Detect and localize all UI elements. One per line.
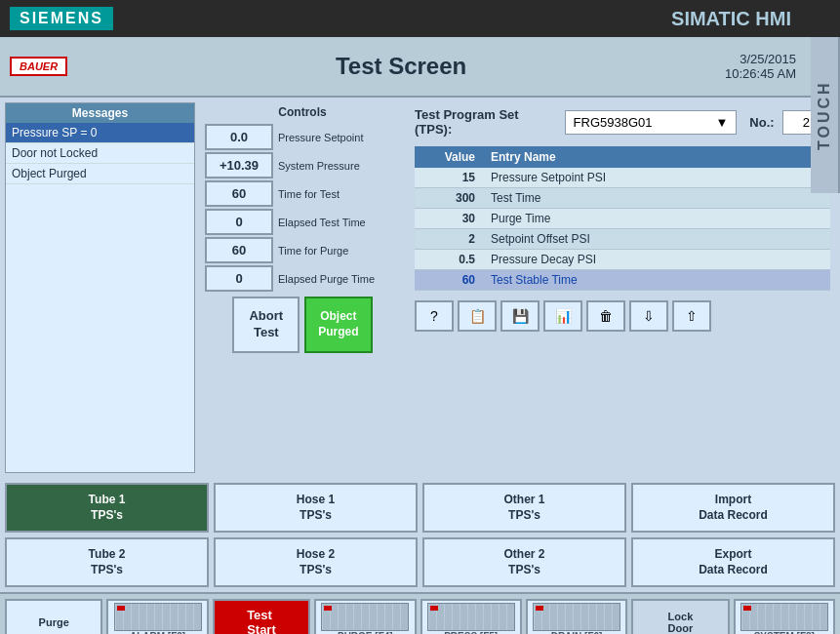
tube2-tps-button[interactable]: Tube 2TPS's — [5, 537, 209, 587]
fn-row: Purge ALARM [F2] TestStart PURGE [F4] PR… — [0, 592, 840, 634]
tps-dropdown-value: FRG5938G01 — [574, 115, 653, 130]
tps-upload-button[interactable]: ⇧ — [672, 300, 711, 332]
tps-panel: Test Program Set (TPS): FRG5938G01 ▼ No.… — [410, 102, 835, 473]
tps-label: Test Program Set (TPS): — [415, 107, 557, 137]
message-item: Pressure SP = 0 — [6, 123, 194, 143]
table-row: 300 Test Time — [415, 188, 830, 209]
screen-title: Test Screen — [77, 53, 725, 80]
tps-value-cell: 300 — [415, 188, 483, 209]
tps-name-cell: Setpoint Offset PSI — [483, 229, 830, 250]
other2-tps-button[interactable]: Other 2TPS's — [422, 537, 626, 587]
tps-export-button[interactable]: 📊 — [543, 300, 582, 332]
date-display: 3/25/2015 — [725, 52, 796, 66]
tps-table: Value Entry Name 15 Pressure Setpoint PS… — [415, 146, 830, 291]
lock-door-label: LockDoor — [668, 611, 694, 634]
abort-row: AbortTest ObjectPurged — [205, 297, 400, 353]
export-data-record-button[interactable]: ExportData Record — [631, 537, 835, 587]
time-for-purge-btn[interactable]: 60 — [205, 237, 273, 263]
tps-name-cell: Test Stable Time — [483, 270, 830, 291]
touch-tab: TOUCH — [811, 37, 840, 193]
time-for-purge-label: Time for Purge — [278, 245, 348, 257]
purge-label: Purge — [39, 616, 69, 628]
purge-thumbnail — [321, 603, 409, 631]
bauer-logo: BAUER — [10, 57, 67, 76]
table-row: 2 Setpoint Offset PSI — [415, 229, 830, 250]
test-start-label: TestStart — [247, 608, 276, 634]
tps-save-button[interactable]: 💾 — [500, 300, 540, 332]
siemens-logo: SIEMENS — [10, 7, 113, 30]
tps-help-button[interactable]: ? — [415, 300, 454, 332]
time-for-test-label: Time for Test — [278, 188, 340, 200]
controls-header: Controls — [200, 102, 405, 122]
simatic-hmi-title: SIMATIC HMI — [671, 8, 791, 30]
no-label: No.: — [749, 115, 774, 130]
tps-value-cell: 60 — [415, 270, 483, 291]
alarm-thumbnail — [114, 603, 202, 631]
message-item: Door not Locked — [6, 143, 194, 164]
test-start-button[interactable]: TestStart — [213, 599, 310, 634]
main-content: Messages Pressure SP = 0 Door not Locked… — [0, 98, 840, 478]
tps-name-cell: Pressure Setpoint PSI — [483, 168, 830, 188]
elapsed-purge-time-label: Elapsed Purge Time — [278, 273, 375, 285]
alarm-f2-button[interactable]: ALARM [F2] — [106, 599, 208, 634]
message-item: Object Purged — [6, 164, 194, 184]
lock-door-button[interactable]: LockDoor — [631, 599, 729, 634]
top-bar: SIEMENS SIMATIC HMI — [0, 0, 840, 37]
table-row: 15 Pressure Setpoint PSI — [415, 168, 830, 188]
system-thumbnail — [740, 603, 828, 631]
header-area: BAUER Test Screen 3/25/2015 10:26:45 AM — [0, 37, 840, 98]
control-elapsed-test-time: 0 Elapsed Test Time — [205, 209, 400, 235]
tps-value-cell: 15 — [415, 168, 483, 188]
elapsed-test-time-label: Elapsed Test Time — [278, 217, 366, 228]
tps-value-cell: 30 — [415, 209, 483, 229]
purge-f4-button[interactable]: PURGE [F4] — [314, 599, 416, 634]
table-row: 0.5 Pressure Decay PSI — [415, 250, 830, 270]
tps-download-button[interactable]: ⇩ — [629, 300, 668, 332]
drain-thumbnail — [533, 603, 620, 631]
tps-value-cell: 0.5 — [415, 250, 483, 270]
other1-tps-button[interactable]: Other 1TPS's — [422, 483, 626, 533]
system-f8-button[interactable]: SYSTEM [F8] — [734, 599, 835, 634]
abort-test-button[interactable]: AbortTest — [232, 297, 300, 353]
tps-col-value: Value — [415, 146, 483, 168]
tps-action-buttons: ? 📋 💾 📊 🗑 ⇩ ⇧ — [410, 296, 835, 337]
control-elapsed-purge-time: 0 Elapsed Purge Time — [205, 265, 400, 292]
messages-panel: Messages Pressure SP = 0 Door not Locked… — [5, 102, 195, 473]
tube1-tps-button[interactable]: Tube 1TPS's — [5, 483, 209, 533]
tps-name-cell: Test Time — [483, 188, 830, 209]
control-time-for-purge: 60 Time for Purge — [205, 237, 400, 263]
pressure-setpoint-btn[interactable]: 0.0 — [205, 124, 273, 150]
datetime-block: 3/25/2015 10:26:45 AM — [725, 52, 796, 81]
tps-header-row: Test Program Set (TPS): FRG5938G01 ▼ No.… — [410, 102, 835, 141]
control-pressure-setpoint: 0.0 Pressure Setpoint — [205, 124, 400, 150]
nav-rows: Tube 1TPS's Hose 1TPS's Other 1TPS's Imp… — [0, 478, 840, 592]
elapsed-test-time-btn[interactable]: 0 — [205, 209, 273, 235]
controls-panel: Controls 0.0 Pressure Setpoint +10.39 Sy… — [200, 102, 405, 473]
time-for-test-btn[interactable]: 60 — [205, 180, 273, 207]
hose1-tps-button[interactable]: Hose 1TPS's — [214, 483, 418, 533]
system-pressure-btn[interactable]: +10.39 — [205, 152, 273, 178]
control-time-for-test: 60 Time for Test — [205, 180, 400, 207]
elapsed-purge-time-btn[interactable]: 0 — [205, 265, 273, 292]
tps-copy-button[interactable]: 📋 — [458, 300, 497, 332]
table-row: 30 Purge Time — [415, 209, 830, 229]
tps-name-cell: Purge Time — [483, 209, 830, 229]
control-system-pressure: +10.39 System Pressure — [205, 152, 400, 178]
object-purged-button[interactable]: ObjectPurged — [304, 297, 372, 353]
time-display: 10:26:45 AM — [725, 66, 796, 81]
purge-button[interactable]: Purge — [5, 599, 102, 634]
tps-delete-button[interactable]: 🗑 — [586, 300, 625, 332]
system-pressure-label: System Pressure — [278, 160, 360, 172]
press-f5-button[interactable]: PRESS [F5] — [420, 599, 522, 634]
tps-dropdown[interactable]: FRG5938G01 ▼ — [565, 110, 738, 135]
messages-header: Messages — [6, 103, 194, 123]
tps-name-cell: Pressure Decay PSI — [483, 250, 830, 270]
hose2-tps-button[interactable]: Hose 2TPS's — [214, 537, 418, 587]
drain-f6-button[interactable]: DRAIN [F6] — [526, 599, 627, 634]
tps-value-cell: 2 — [415, 229, 483, 250]
table-row: 60 Test Stable Time — [415, 270, 830, 291]
press-thumbnail — [427, 603, 515, 631]
pressure-setpoint-label: Pressure Setpoint — [278, 132, 363, 143]
nav-row-2: Tube 2TPS's Hose 2TPS's Other 2TPS's Exp… — [5, 537, 835, 587]
import-data-record-button[interactable]: ImportData Record — [631, 483, 835, 533]
